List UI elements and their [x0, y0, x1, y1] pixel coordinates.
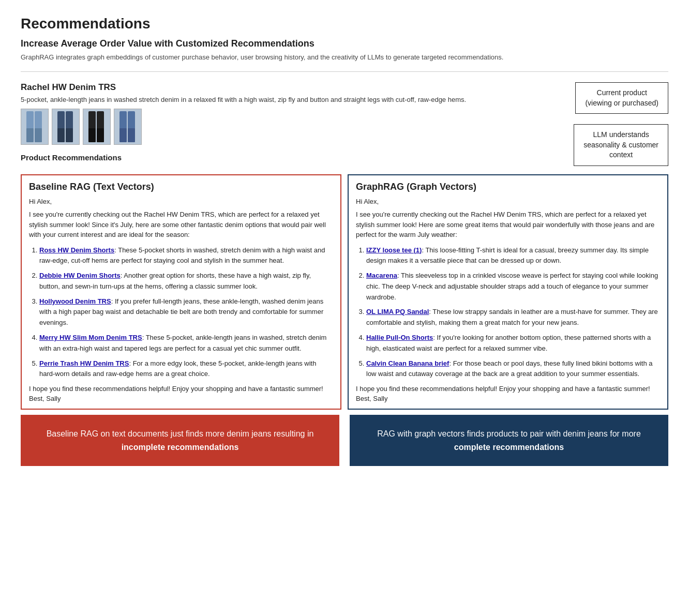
- divider: [21, 71, 668, 72]
- bottom-section: Baseline RAG on text documents just find…: [21, 415, 668, 466]
- page-title: Recommendations: [21, 16, 668, 32]
- bottom-left-bold: incomplete recommendations: [36, 441, 324, 454]
- svg-rect-2: [26, 128, 34, 142]
- list-item: Debbie HW Denim Shorts: Another great op…: [39, 271, 333, 292]
- list-item: Macarena: This sleeveless top in a crink…: [366, 271, 660, 303]
- svg-rect-10: [88, 128, 96, 142]
- svg-rect-15: [128, 128, 135, 142]
- baseline-item-3-link[interactable]: Hollywood Denim TRS: [39, 297, 111, 305]
- list-item: Perrie Trash HW Denim TRS: For a more ed…: [39, 358, 333, 380]
- list-item: Calvin Clean Banana brief: For those bea…: [366, 358, 660, 380]
- svg-rect-9: [97, 111, 104, 129]
- product-image-2: [52, 109, 80, 145]
- page-description: GraphRAG integrates graph embeddings of …: [21, 53, 668, 61]
- graphrag-closing: I hope you find these recommendations he…: [356, 385, 660, 393]
- product-images: [21, 109, 553, 145]
- svg-rect-4: [57, 111, 65, 129]
- graphrag-item-2-desc: : This sleeveless top in a crinkled visc…: [366, 272, 658, 301]
- product-image-1: [21, 109, 49, 145]
- svg-rect-8: [88, 111, 96, 129]
- list-item: IZZY loose tee (1): This loose-fitting T…: [366, 245, 660, 267]
- svg-rect-11: [97, 128, 104, 142]
- bottom-right-text: RAG with graph vectors finds products to…: [377, 429, 641, 438]
- baseline-greeting: Hi Alex,: [29, 198, 333, 205]
- baseline-intro: I see you're currently checking out the …: [29, 209, 333, 240]
- list-item: Ross HW Denim Shorts: These 5-pocket sho…: [39, 245, 333, 267]
- graphrag-column: GraphRAG (Graph Vectors) Hi Alex, I see …: [348, 174, 668, 410]
- graphrag-item-5-link[interactable]: Calvin Clean Banana brief: [366, 359, 449, 367]
- svg-rect-7: [66, 128, 73, 142]
- baseline-signoff: Best, Sally: [29, 395, 333, 402]
- graphrag-item-1-link[interactable]: IZZY loose tee (1): [366, 246, 422, 254]
- graphrag-item-3-link[interactable]: OL LIMA PQ Sandal: [366, 308, 429, 315]
- baseline-title: Baseline RAG (Text Vectors): [29, 182, 333, 192]
- annotation-llm-context: LLM understands seasonality & customer c…: [574, 124, 668, 166]
- baseline-closing: I hope you find these recommendations he…: [29, 385, 333, 393]
- svg-rect-0: [26, 111, 34, 129]
- svg-rect-14: [119, 128, 127, 142]
- annotation-current-product: Current product (viewing or purchased): [575, 82, 668, 114]
- baseline-item-4-link[interactable]: Merry HW Slim Mom Denim TRS: [39, 334, 142, 341]
- baseline-rag-column: Baseline RAG (Text Vectors) Hi Alex, I s…: [21, 174, 341, 410]
- svg-rect-3: [35, 128, 42, 142]
- graphrag-item-4-link[interactable]: Hallie Pull-On Shorts: [366, 334, 433, 341]
- svg-rect-13: [128, 111, 135, 129]
- svg-rect-12: [119, 111, 127, 129]
- list-item: Hallie Pull-On Shorts: If you're looking…: [366, 333, 660, 354]
- graphrag-greeting: Hi Alex,: [356, 198, 660, 205]
- subtitle: Increase Average Order Value with Custom…: [21, 38, 668, 49]
- baseline-item-1-link[interactable]: Ross HW Denim Shorts: [39, 246, 114, 254]
- graphrag-item-2-link[interactable]: Macarena: [366, 272, 397, 279]
- product-recs-title: Product Recommendations: [21, 153, 553, 162]
- product-description: 5-pocket, ankle-length jeans in washed s…: [21, 96, 553, 103]
- list-item: Hollywood Denim TRS: If you prefer full-…: [39, 296, 333, 328]
- product-image-3: [83, 109, 111, 145]
- bottom-left-text: Baseline RAG on text documents just find…: [47, 429, 314, 438]
- product-image-4: [114, 109, 142, 145]
- baseline-rec-list: Ross HW Denim Shorts: These 5-pocket sho…: [29, 245, 333, 380]
- graphrag-intro: I see you're currently checking out the …: [356, 209, 660, 240]
- graphrag-signoff: Best, Sally: [356, 395, 660, 402]
- bottom-right-box: RAG with graph vectors finds products to…: [350, 415, 668, 466]
- bottom-left-box: Baseline RAG on text documents just find…: [21, 415, 339, 466]
- baseline-item-2-link[interactable]: Debbie HW Denim Shorts: [39, 272, 121, 279]
- svg-rect-5: [66, 111, 73, 129]
- graphrag-title: GraphRAG (Graph Vectors): [356, 182, 660, 192]
- list-item: Merry HW Slim Mom Denim TRS: These 5-poc…: [39, 333, 333, 354]
- list-item: OL LIMA PQ Sandal: These low strappy san…: [366, 307, 660, 328]
- svg-rect-1: [35, 111, 42, 129]
- bottom-right-bold: complete recommendations: [365, 441, 653, 454]
- graphrag-rec-list: IZZY loose tee (1): This loose-fitting T…: [356, 245, 660, 380]
- baseline-item-5-link[interactable]: Perrie Trash HW Denim TRS: [39, 359, 129, 367]
- product-name: Rachel HW Denim TRS: [21, 82, 553, 93]
- svg-rect-6: [57, 128, 65, 142]
